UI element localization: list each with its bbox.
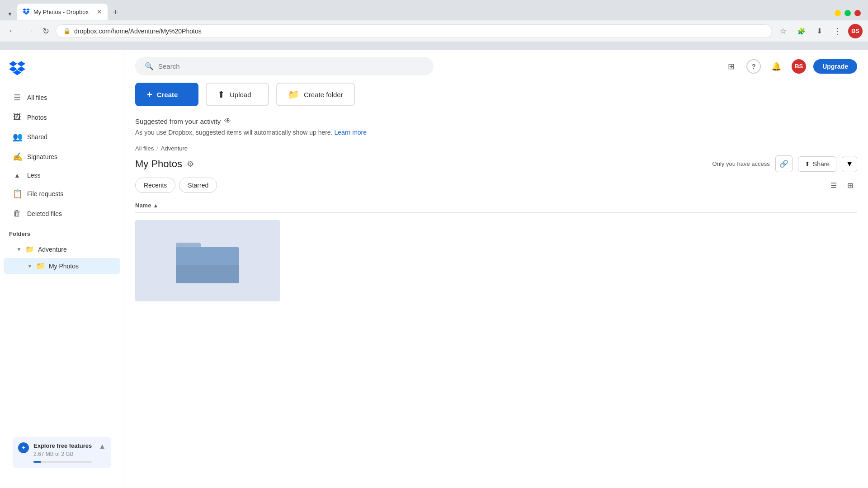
- chevron-down-icon: ▼: [16, 246, 22, 253]
- settings-icon[interactable]: ⚙: [187, 159, 194, 169]
- browser-profile-avatar[interactable]: BS: [848, 24, 863, 38]
- upload-icon: ⬆: [217, 89, 225, 100]
- tab-starred[interactable]: Starred: [179, 178, 217, 193]
- tab-favicon: [23, 8, 30, 15]
- link-icon[interactable]: 🔗: [775, 155, 793, 172]
- chevron-down-icon-my-photos: ▼: [27, 263, 33, 269]
- suggested-title: Suggested from your activity: [135, 117, 221, 125]
- folders-section-label: Folders: [9, 230, 30, 237]
- folder-icon-my-photos: 📁: [36, 262, 45, 270]
- forward-button[interactable]: →: [23, 23, 36, 38]
- minimize-button[interactable]: [835, 10, 841, 16]
- chevron-up-icon: ▲: [13, 172, 22, 179]
- breadcrumb-separator: /: [156, 145, 158, 152]
- folder-icon-adventure: 📁: [25, 245, 34, 253]
- explore-icon: ✦: [18, 442, 29, 453]
- all-files-icon: ☰: [13, 93, 22, 103]
- explore-features-panel: ✦ Explore free features 2.67 MB of 2 GB …: [13, 437, 111, 468]
- table-header: Name ▲: [135, 198, 857, 213]
- share-icon: ⬆: [805, 160, 810, 168]
- main-content: 🔍 ⊞ ? 🔔 BS Upgrade + Create: [124, 50, 868, 488]
- lock-icon: 🔒: [63, 28, 71, 34]
- chevron-down-icon: ▼: [846, 160, 853, 168]
- close-button[interactable]: [854, 10, 861, 16]
- folder-thumbnail-svg: [176, 238, 239, 283]
- file-thumbnail: [135, 220, 280, 301]
- learn-more-link[interactable]: Learn more: [334, 129, 367, 136]
- downloads-icon[interactable]: ⬇: [812, 24, 826, 38]
- access-text: Only you have access: [712, 160, 770, 167]
- create-button[interactable]: + Create: [135, 83, 198, 106]
- eye-icon[interactable]: 👁: [224, 117, 231, 125]
- browser-tab-list: ▼ My Photos - Dropbox ✕ +: [4, 4, 122, 20]
- sidebar: ☰ All files 🖼 Photos 👥 Shared ✍ Signatur…: [0, 50, 124, 488]
- header-actions: ⊞ ? 🔔 BS Upgrade: [723, 58, 857, 75]
- dropbox-logo[interactable]: [0, 57, 124, 88]
- main-header: 🔍 ⊞ ? 🔔 BS Upgrade: [124, 50, 868, 75]
- storage-progress-fill: [33, 461, 41, 463]
- folder-tabs: Recents Starred ☰ ⊞: [124, 178, 868, 198]
- plus-icon: +: [147, 89, 152, 100]
- folder-plus-icon: 📁: [288, 89, 299, 100]
- sidebar-folder-my-photos[interactable]: ▼ 📁 My Photos: [4, 258, 120, 274]
- apps-grid-icon[interactable]: ⊞: [723, 58, 739, 75]
- sidebar-item-file-requests[interactable]: 📋 File requests: [4, 184, 120, 203]
- create-folder-button[interactable]: 📁 Create folder: [276, 83, 355, 106]
- browser-menu-icon[interactable]: ⋮: [830, 24, 844, 38]
- explore-collapse-icon[interactable]: ▲: [99, 442, 106, 450]
- grid-view-button[interactable]: ⊞: [843, 178, 857, 192]
- bookmark-icon[interactable]: ☆: [776, 24, 790, 38]
- new-tab-button[interactable]: +: [108, 5, 123, 20]
- reload-button[interactable]: ↻: [40, 23, 52, 39]
- folder-title-area: My Photos ⚙: [135, 158, 194, 170]
- explore-title: Explore free features: [33, 442, 92, 449]
- help-icon[interactable]: ?: [746, 59, 761, 74]
- breadcrumb-adventure[interactable]: Adventure: [161, 145, 188, 152]
- folder-name: My Photos: [135, 158, 182, 170]
- back-button[interactable]: ←: [5, 23, 19, 38]
- sidebar-item-deleted-files[interactable]: 🗑 Deleted files: [4, 204, 120, 223]
- active-tab[interactable]: My Photos - Dropbox ✕: [17, 4, 108, 20]
- storage-progress-bar: [33, 461, 92, 463]
- notifications-icon[interactable]: 🔔: [768, 58, 784, 75]
- sort-name-column[interactable]: Name ▲: [135, 202, 857, 209]
- shared-icon: 👥: [13, 132, 22, 142]
- deleted-files-icon: 🗑: [13, 209, 22, 218]
- maximize-button[interactable]: [844, 10, 851, 16]
- tab-list: Recents Starred: [135, 178, 217, 193]
- share-button[interactable]: ⬆ Share: [798, 156, 836, 172]
- tab-title: My Photos - Dropbox: [33, 9, 93, 15]
- upload-button[interactable]: ⬆ Upload: [206, 83, 269, 106]
- sidebar-item-signatures[interactable]: ✍ Signatures: [4, 147, 120, 166]
- sidebar-item-shared[interactable]: 👥 Shared: [4, 127, 120, 146]
- storage-info: 2.67 MB of 2 GB: [33, 451, 92, 457]
- signatures-icon: ✍: [13, 152, 22, 162]
- extensions-icon[interactable]: 🧩: [794, 24, 808, 38]
- action-buttons: + Create ⬆ Upload 📁 Create folder: [124, 75, 868, 113]
- breadcrumb: All files / Adventure: [124, 141, 868, 152]
- user-avatar[interactable]: BS: [792, 59, 806, 74]
- address-bar[interactable]: 🔒 dropbox.com/home/Adventure/My%20Photos: [56, 24, 772, 38]
- sidebar-item-photos[interactable]: 🖼 Photos: [4, 108, 120, 127]
- breadcrumb-all-files[interactable]: All files: [135, 145, 154, 152]
- list-view-button[interactable]: ☰: [826, 178, 841, 192]
- url-text: dropbox.com/home/Adventure/My%20Photos: [74, 28, 764, 35]
- tab-recents[interactable]: Recents: [135, 178, 175, 193]
- browser-tab-chevron[interactable]: ▼: [4, 8, 16, 20]
- suggested-header: Suggested from your activity 👁: [135, 117, 857, 125]
- search-input[interactable]: [158, 62, 424, 70]
- tab-close-button[interactable]: ✕: [97, 8, 102, 15]
- file-table: Name ▲: [124, 198, 868, 488]
- search-bar[interactable]: 🔍: [135, 57, 434, 75]
- svg-rect-2: [176, 247, 239, 265]
- share-dropdown-button[interactable]: ▼: [842, 156, 857, 172]
- search-icon: 🔍: [145, 62, 154, 70]
- sort-asc-icon: ▲: [153, 202, 158, 209]
- upgrade-button[interactable]: Upgrade: [813, 59, 857, 74]
- sidebar-collapse-button[interactable]: ▲ Less: [4, 167, 120, 183]
- folder-actions: Only you have access 🔗 ⬆ Share ▼: [712, 155, 857, 172]
- sidebar-item-all-files[interactable]: ☰ All files: [4, 88, 120, 107]
- sidebar-folder-adventure[interactable]: ▼ 📁 Adventure: [4, 241, 120, 257]
- view-toggle: ☰ ⊞: [826, 178, 857, 192]
- table-row[interactable]: [135, 215, 857, 307]
